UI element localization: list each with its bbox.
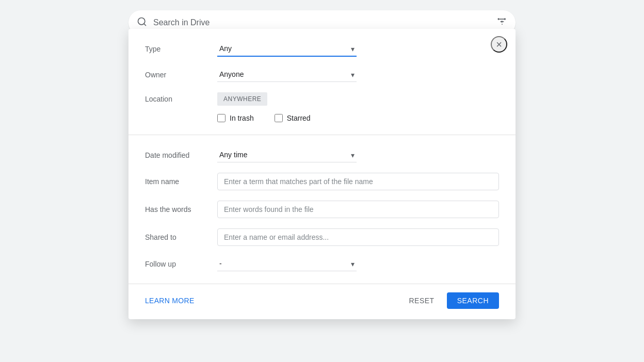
item-name-row: Item name <box>145 173 499 190</box>
reset-button[interactable]: RESET <box>400 292 442 309</box>
location-row: Location ANYWHERE <box>145 92 499 106</box>
type-select-wrapper[interactable]: Any Documents Spreadsheets Presentations… <box>217 41 357 57</box>
checkbox-row: In trash Starred <box>145 114 499 122</box>
svg-rect-8 <box>504 18 506 20</box>
shared-to-label: Shared to <box>145 233 217 241</box>
date-modified-row: Date modified Any time Today Last 7 days… <box>145 147 499 162</box>
has-the-words-control <box>217 201 499 218</box>
owner-select-wrapper[interactable]: Anyone Me Not me Specific person ▾ <box>217 67 357 82</box>
section-top: Type Any Documents Spreadsheets Presenta… <box>128 29 516 135</box>
close-button[interactable]: × <box>491 36 507 53</box>
owner-row: Owner Anyone Me Not me Specific person ▾ <box>145 67 499 82</box>
learn-more-button[interactable]: LEARN MORE <box>145 297 195 305</box>
follow-up-select-wrapper[interactable]: - Action items Decisions Mentions ▾ <box>217 256 357 271</box>
footer-right: RESET SEARCH <box>400 292 499 309</box>
type-row: Type Any Documents Spreadsheets Presenta… <box>145 41 499 57</box>
search-icon <box>137 17 147 29</box>
item-name-input[interactable] <box>217 173 499 190</box>
svg-rect-6 <box>498 18 500 20</box>
search-button[interactable]: SEARCH <box>447 292 499 309</box>
section-bottom: Date modified Any time Today Last 7 days… <box>128 135 516 279</box>
starred-label[interactable]: Starred <box>287 114 311 122</box>
dialog-footer: LEARN MORE RESET SEARCH <box>128 284 516 319</box>
starred-checkbox[interactable] <box>275 114 283 122</box>
filter-icon[interactable] <box>497 17 507 29</box>
has-the-words-input[interactable] <box>217 201 499 218</box>
in-trash-checkbox[interactable] <box>217 114 226 122</box>
in-trash-checkbox-item[interactable]: In trash <box>217 114 254 122</box>
date-modified-select-wrapper[interactable]: Any time Today Last 7 days Last 30 days … <box>217 147 357 162</box>
follow-up-row: Follow up - Action items Decisions Menti… <box>145 256 499 271</box>
in-trash-label[interactable]: In trash <box>230 114 254 122</box>
svg-line-1 <box>144 23 146 25</box>
type-label: Type <box>145 45 217 53</box>
item-name-control <box>217 173 499 190</box>
follow-up-label: Follow up <box>145 260 217 268</box>
location-anywhere-button[interactable]: ANYWHERE <box>217 92 267 106</box>
svg-rect-7 <box>501 21 503 22</box>
type-select[interactable]: Any Documents Spreadsheets Presentations… <box>217 41 357 57</box>
date-modified-label: Date modified <box>145 151 217 159</box>
item-name-label: Item name <box>145 177 217 186</box>
location-control: ANYWHERE <box>217 92 499 106</box>
date-modified-select[interactable]: Any time Today Last 7 days Last 30 days … <box>217 147 357 162</box>
owner-label: Owner <box>145 71 217 79</box>
has-the-words-row: Has the words <box>145 201 499 218</box>
shared-to-row: Shared to <box>145 228 499 246</box>
shared-to-control <box>217 228 499 246</box>
search-options-dialog: × Type Any Documents Spreadsheets Presen… <box>128 29 516 319</box>
owner-control: Anyone Me Not me Specific person ▾ <box>217 67 499 82</box>
owner-select[interactable]: Anyone Me Not me Specific person <box>217 67 357 82</box>
starred-checkbox-item[interactable]: Starred <box>275 114 311 122</box>
location-label: Location <box>145 95 217 103</box>
follow-up-control: - Action items Decisions Mentions ▾ <box>217 256 499 271</box>
has-the-words-label: Has the words <box>145 205 217 213</box>
date-modified-control: Any time Today Last 7 days Last 30 days … <box>217 147 499 162</box>
follow-up-select[interactable]: - Action items Decisions Mentions <box>217 256 357 271</box>
type-control: Any Documents Spreadsheets Presentations… <box>217 41 499 57</box>
shared-to-input[interactable] <box>217 228 499 246</box>
page-wrapper: Search in Drive × Type <box>0 0 644 362</box>
search-placeholder-text: Search in Drive <box>153 18 497 27</box>
